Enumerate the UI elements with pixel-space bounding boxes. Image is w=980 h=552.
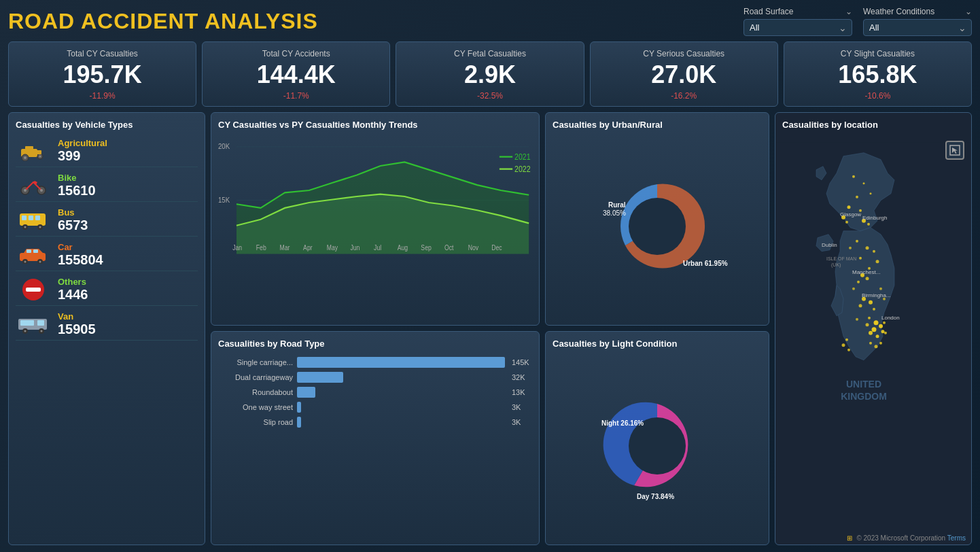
map-content: Glasgow Edinburgh Manchest... Birmingha.…	[775, 134, 971, 532]
bar-fill-4	[297, 417, 301, 428]
svg-rect-30	[20, 320, 34, 326]
svg-rect-29	[37, 320, 44, 326]
road-type-title: Casualities by Road Type	[218, 339, 532, 349]
svg-point-39	[852, 175, 855, 177]
svg-point-71	[868, 316, 871, 319]
london-label: London	[881, 314, 900, 320]
svg-point-81	[879, 287, 882, 290]
legend-2021-label: 2021	[514, 152, 531, 161]
vehicle-item-bike: Bike 15610	[16, 170, 198, 202]
svg-point-63	[879, 324, 883, 328]
night-label: Night 26.16%	[601, 419, 644, 427]
map-terms-link[interactable]: Terms	[947, 534, 966, 542]
uk-map-svg: Glasgow Edinburgh Manchest... Birmingha.…	[775, 134, 971, 532]
bar-label-2: Roundabout	[218, 388, 293, 396]
svg-rect-13	[29, 215, 33, 220]
vehicle-types-panel: Casualties by Vehicle Types Agricultural…	[8, 112, 205, 545]
bar-label-3: One way street	[218, 403, 293, 411]
map-cursor-tool[interactable]	[945, 141, 964, 160]
road-surface-select[interactable]: All Dry Wet/Damp Snow Frost/Ice	[743, 19, 852, 36]
svg-point-52	[859, 256, 862, 259]
svg-point-42	[870, 192, 872, 194]
bar-track-0	[297, 357, 505, 368]
svg-point-41	[856, 195, 858, 198]
kpi-card-4: CY Slight Casualties 165.8K -10.6%	[784, 41, 972, 107]
isle-man-label: ISLE OF MAN	[826, 256, 856, 260]
urban-rural-title: Casualties by Urban/Rural	[553, 120, 762, 130]
svg-point-33	[24, 330, 27, 332]
light-condition-svg: Night 26.16% Day 73.84%	[582, 385, 732, 507]
vehicle-icon-bike	[16, 173, 51, 199]
svg-rect-12	[22, 215, 27, 220]
main-content: Casualties by Vehicle Types Agricultural…	[8, 112, 972, 545]
monthly-trends-panel: CY Casualties vs PY Casualties Monthly T…	[211, 112, 540, 326]
kpi-card-0: Total CY Casualties 195.7K -11.9%	[8, 41, 196, 107]
donut-hole	[629, 198, 686, 255]
uk-label2: KINGDOM	[841, 390, 887, 401]
cursor-icon	[949, 145, 960, 156]
svg-point-25	[39, 260, 41, 262]
svg-point-9	[24, 189, 27, 192]
urban-rural-panel: Casualties by Urban/Rural Rural	[545, 112, 769, 326]
bar-label-0: Single carriage...	[218, 358, 293, 366]
kpi-label-3: CY Serious Casualties	[600, 49, 768, 58]
bar-value-0: 145K	[512, 358, 532, 366]
svg-point-48	[867, 222, 870, 225]
manchester-label: Manchest...	[852, 269, 880, 275]
svg-point-49	[856, 239, 858, 242]
vehicle-count-2: 6573	[58, 218, 198, 233]
bar-track-1	[297, 372, 505, 383]
urban-rural-donut: Rural 38.05% Urban 61.95%	[553, 135, 762, 319]
map-copyright: © 2023 Microsoft Corporation	[856, 534, 945, 542]
kpi-label-1: Total CY Accidents	[212, 49, 380, 58]
x-may: May	[327, 243, 338, 252]
svg-point-75	[845, 338, 848, 341]
x-jan: Jan	[232, 243, 242, 252]
trends-chart: 20K 15K	[218, 135, 532, 258]
svg-point-78	[849, 246, 852, 249]
x-feb: Feb	[256, 243, 266, 252]
svg-point-6	[39, 155, 41, 157]
x-nov: Nov	[468, 243, 479, 252]
right-column: Casualties by Urban/Rural Rural	[545, 112, 769, 545]
weather-conditions-select-wrapper[interactable]: All Fine Raining Snowing Fog High winds	[863, 19, 972, 36]
rural-label: Rural	[608, 201, 626, 209]
weather-conditions-arrow: ⌄	[965, 7, 972, 16]
x-apr: Apr	[303, 243, 312, 252]
svg-point-61	[873, 307, 875, 310]
svg-rect-21	[33, 249, 38, 253]
bar-value-1: 32K	[512, 373, 532, 381]
svg-point-79	[852, 287, 855, 290]
x-sep: Sep	[421, 243, 431, 252]
svg-rect-14	[35, 215, 40, 220]
edinburgh-label: Edinburgh	[862, 214, 887, 220]
svg-point-76	[842, 343, 845, 347]
vehicle-type-0: Agricultural	[58, 138, 198, 148]
kpi-value-4: 165.8K	[794, 61, 962, 88]
bar-fill-0	[297, 357, 505, 368]
bar-row-4: Slip road 3K	[218, 417, 532, 428]
x-oct: Oct	[444, 243, 454, 252]
kpi-value-2: 2.9K	[406, 61, 574, 88]
monthly-trends-title: CY Casualties vs PY Casualties Monthly T…	[218, 120, 532, 130]
svg-point-17	[24, 226, 27, 228]
road-surface-select-wrapper[interactable]: All Dry Wet/Damp Snow Frost/Ice	[743, 19, 852, 36]
kpi-value-1: 144.4K	[212, 61, 380, 88]
svg-point-73	[875, 345, 878, 348]
bar-track-3	[297, 402, 505, 413]
svg-point-59	[869, 300, 873, 304]
bar-track-4	[297, 417, 505, 428]
svg-point-66	[869, 330, 873, 334]
vehicle-list: Agricultural 399 Bike 15610 Bus 6573 Car…	[16, 135, 198, 341]
glasgow-label: Glasgow	[840, 211, 861, 217]
kpi-label-4: CY Slight Casualties	[794, 49, 962, 58]
svg-text:(UK): (UK)	[831, 262, 841, 267]
microsoft-logo: ⊞	[847, 534, 852, 542]
bar-row-2: Roundabout 13K	[218, 387, 532, 398]
vehicle-types-title: Casualties by Vehicle Types	[16, 120, 198, 130]
light-condition-panel: Casualties by Light Condition Night 26.1…	[545, 331, 769, 545]
svg-point-51	[873, 249, 875, 252]
bar-row-3: One way street 3K	[218, 402, 532, 413]
weather-conditions-select[interactable]: All Fine Raining Snowing Fog High winds	[863, 19, 972, 36]
vehicle-type-2: Bus	[58, 207, 198, 218]
